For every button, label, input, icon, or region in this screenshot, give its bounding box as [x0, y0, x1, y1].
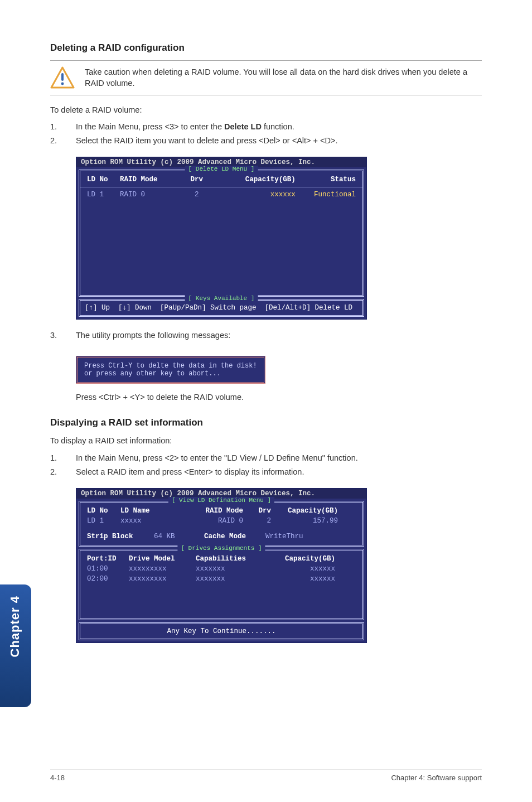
cell: xxxxx: [120, 517, 187, 525]
warning-icon: [50, 66, 75, 89]
cell: LD 1: [87, 191, 120, 199]
cell: xxxxxxx: [196, 565, 268, 573]
list-item: 2.Select a RAID item and press <Enter> t…: [50, 466, 482, 478]
step-text: Select a RAID item and press <Enter> to …: [76, 466, 304, 478]
chapter-tab: Chapter 4: [0, 584, 31, 707]
prompt-box: Press Ctrl-Y to delte the data in the di…: [76, 356, 265, 384]
col: LD Name: [120, 507, 187, 515]
cell: RAID 0: [187, 517, 243, 525]
table-header: LD No LD Name RAID Mode Drv Capacity(GB): [85, 506, 358, 516]
list-item: 1.In the Main Menu, press <3> to enter t…: [50, 121, 482, 133]
page-number: 4-18: [50, 774, 65, 782]
table-row: 02:00 xxxxxxxxx xxxxxxx xxxxxx: [85, 574, 358, 584]
delete-intro: To delete a RAID volume:: [50, 104, 482, 115]
cell: 2: [180, 191, 213, 199]
table-row: LD 1 xxxxx RAID 0 2 157.99: [85, 516, 358, 526]
display-intro: To display a RAID set information:: [50, 435, 482, 446]
separator: [80, 187, 362, 187]
col: RAID Mode: [187, 507, 243, 515]
step-number: 2.: [50, 466, 60, 478]
col: Capacity(GB): [271, 507, 338, 515]
page-footer: 4-18 Chapter 4: Software support: [50, 770, 482, 782]
cell: 157.99: [271, 517, 338, 525]
display-steps: 1.In the Main Menu, press <2> to enter t…: [50, 452, 482, 478]
step-number: 1.: [50, 121, 60, 133]
prompt-line: Press Ctrl-Y to delte the data in the di…: [84, 362, 257, 370]
step-text: The utility prompts the following messag…: [76, 330, 230, 341]
section-heading-display: Dispalying a RAID set information: [50, 417, 482, 428]
cell: 01:00: [87, 565, 129, 573]
box-label: [ Delete LD Menu ]: [185, 166, 258, 172]
chapter-label: Chapter 4: [0, 584, 30, 668]
drives-label: [ Drives Assignments ]: [177, 545, 265, 552]
col: Port:ID: [87, 555, 129, 563]
col: Drive Model: [129, 555, 196, 563]
col-ldno: LD No: [87, 176, 120, 183]
strip-row: Strip Block 64 KB Cache Mode WriteThru: [85, 532, 358, 542]
step-number: 3.: [50, 330, 60, 341]
cell: xxxxxx: [268, 565, 335, 573]
col: LD No: [87, 507, 120, 515]
value: WriteThru: [265, 533, 303, 540]
cell: Functional: [296, 191, 356, 199]
list-item: 3.The utility prompts the following mess…: [50, 330, 482, 341]
cell: xxxxxxxxx: [129, 565, 196, 573]
step-text: Select the RAID item you want to delete …: [76, 135, 338, 147]
col-mode: RAID Mode: [120, 176, 180, 183]
svg-rect-0: [61, 73, 64, 81]
cell: RAID 0: [120, 191, 180, 199]
keys-text: [↑] Up [↓] Down [PaUp/PaDn] Switch page …: [85, 304, 358, 312]
terminal-delete: Option ROM Utility (c) 2009 Advanced Mic…: [76, 157, 482, 320]
label: Cache Mode: [204, 533, 265, 540]
cell: xxxxxxxxx: [129, 575, 196, 583]
step-number: 2.: [50, 135, 60, 147]
any-key-text: Any Key To Continue.......: [85, 627, 358, 635]
cell: xxxxxx: [268, 575, 335, 583]
table-header: LD No RAID Mode Drv Capacity(GB) Status: [85, 175, 358, 185]
delete-steps: 1.In the Main Menu, press <3> to enter t…: [50, 121, 482, 147]
list-item: 1.In the Main Menu, press <2> to enter t…: [50, 452, 482, 464]
prompt-line: or press any other key to abort...: [84, 370, 257, 378]
box-label: [ View LD Defination Menu ]: [168, 497, 274, 504]
col: Capabilities: [196, 555, 268, 563]
bold-term: Delete LD: [224, 122, 262, 131]
table-row: 01:00 xxxxxxxxx xxxxxxx xxxxxx: [85, 564, 358, 574]
list-item: 2.Select the RAID item you want to delet…: [50, 135, 482, 147]
step-text: In the Main Menu, press <3> to enter the…: [76, 121, 294, 133]
svg-point-1: [61, 83, 64, 85]
warning-text: Take caution when deleting a RAID volume…: [85, 66, 482, 89]
col-drv: Drv: [180, 176, 213, 183]
cell: LD 1: [87, 517, 120, 525]
terminal-view: Option ROM Utility (c) 2009 Advanced Mic…: [76, 488, 482, 643]
drives-header: Port:ID Drive Model Capabilities Capacit…: [85, 554, 358, 564]
delete-step3: 3.The utility prompts the following mess…: [50, 330, 482, 341]
cell: 02:00: [87, 575, 129, 583]
col: Drv: [243, 507, 271, 515]
step-number: 1.: [50, 452, 60, 464]
cell: xxxxxx: [213, 191, 296, 199]
warning-block: Take caution when deleting a RAID volume…: [50, 60, 482, 95]
col-cap: Capacity(GB): [213, 176, 296, 183]
col-status: Status: [296, 176, 356, 183]
cell: 2: [243, 517, 271, 525]
delete-after-text: Press <Ctrl> + <Y> to delete the RAID vo…: [76, 392, 482, 403]
table-row: LD 1 RAID 0 2 xxxxxx Functional: [85, 190, 358, 200]
value: 64 KB: [154, 533, 204, 540]
keys-label: [ Keys Available ]: [185, 295, 258, 302]
label: Strip Block: [87, 533, 154, 540]
section-heading-delete: Deleting a RAID configuration: [50, 42, 482, 54]
footer-title: Chapter 4: Software support: [391, 774, 482, 782]
col: Capacity(GB): [268, 555, 335, 563]
cell: xxxxxxx: [196, 575, 268, 583]
step-text: In the Main Menu, press <2> to enter the…: [76, 452, 358, 464]
